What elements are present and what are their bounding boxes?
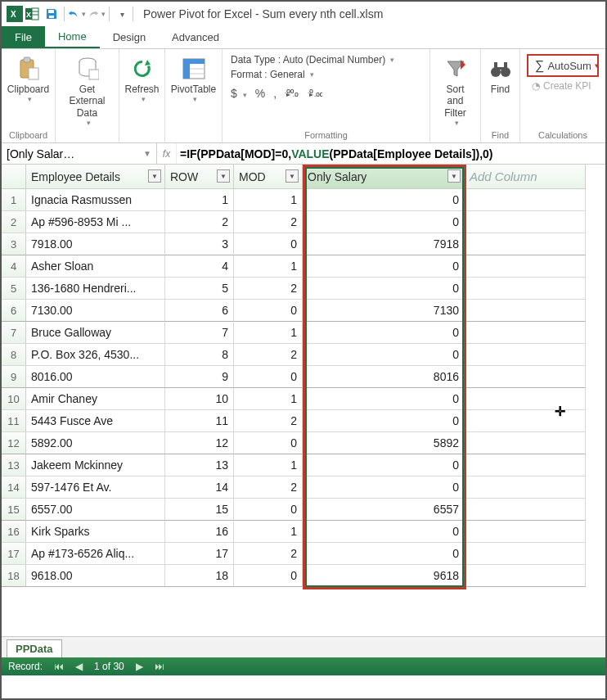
autosum-button[interactable]: ∑ AutoSum ▾ (527, 54, 599, 77)
comma-button[interactable]: , (273, 87, 277, 101)
cell-only-salary[interactable]: 0 (303, 189, 465, 211)
cell-empty[interactable] (465, 300, 586, 322)
cell-row[interactable]: 1 (165, 189, 234, 211)
cell-row[interactable]: 17 (165, 543, 234, 565)
cell-employee-details[interactable]: 136-1680 Hendreri... (26, 278, 165, 300)
row-header[interactable]: 11 (2, 410, 26, 432)
formula-input[interactable]: =IF(PPData[MOD]=0,VALUE(PPData[Employee … (177, 143, 605, 164)
filter-icon[interactable]: ▼ (148, 169, 161, 183)
cell-row[interactable]: 9 (165, 366, 234, 388)
row-header[interactable]: 18 (2, 565, 26, 587)
nav-first-icon[interactable]: ⏮ (54, 661, 64, 672)
redo-icon[interactable]: ▾ (88, 5, 106, 23)
row-header[interactable]: 7 (2, 322, 26, 344)
cell-mod[interactable]: 0 (234, 565, 303, 587)
tab-design[interactable]: Design (100, 26, 159, 48)
fx-icon[interactable]: fx (157, 143, 177, 164)
decrease-decimal-icon[interactable]: .0.00 (308, 87, 322, 101)
cell-only-salary[interactable]: 0 (303, 454, 465, 476)
row-header[interactable]: 14 (2, 476, 26, 499)
nav-next-icon[interactable]: ▶ (136, 661, 143, 672)
cell-mod[interactable]: 2 (234, 476, 303, 499)
cell-employee-details[interactable]: Ap #173-6526 Aliq... (26, 543, 165, 565)
cell-empty[interactable] (465, 278, 586, 300)
cell-mod[interactable]: 2 (234, 278, 303, 300)
cell-employee-details[interactable]: 8016.00 (26, 366, 165, 388)
cell-empty[interactable] (465, 476, 586, 499)
cell-employee-details[interactable]: 9618.00 (26, 565, 165, 587)
cell-mod[interactable]: 2 (234, 543, 303, 565)
col-header-only-salary[interactable]: Only Salary▼ (303, 165, 465, 189)
pivottable-button[interactable]: PivotTable▾ (169, 52, 218, 107)
filter-icon[interactable]: ▼ (217, 169, 230, 183)
cell-employee-details[interactable]: 597-1476 Et Av. (26, 476, 165, 499)
cell-employee-details[interactable]: 7130.00 (26, 300, 165, 322)
cell-row[interactable]: 5 (165, 278, 234, 300)
cell-row[interactable]: 8 (165, 344, 234, 366)
cell-row[interactable]: 14 (165, 476, 234, 499)
col-header-row[interactable]: ROW▼ (165, 165, 234, 189)
nav-last-icon[interactable]: ⏭ (155, 661, 164, 672)
cell-empty[interactable] (465, 366, 586, 388)
cell-row[interactable]: 15 (165, 499, 234, 521)
cell-empty[interactable] (465, 410, 586, 432)
cell-empty[interactable] (465, 388, 586, 410)
cell-only-salary[interactable]: 6557 (303, 499, 465, 521)
percent-button[interactable]: % (255, 87, 265, 101)
cell-employee-details[interactable]: Bruce Galloway (26, 322, 165, 344)
row-header[interactable]: 1 (2, 189, 26, 211)
cell-employee-details[interactable]: Jakeem Mckinney (26, 454, 165, 476)
cell-employee-details[interactable]: 6557.00 (26, 499, 165, 521)
cell-empty[interactable] (465, 565, 586, 587)
row-header[interactable]: 16 (2, 521, 26, 543)
row-header[interactable]: 3 (2, 233, 26, 255)
row-header[interactable]: 6 (2, 300, 26, 322)
cell-empty[interactable] (465, 521, 586, 543)
currency-button[interactable]: $ ▾ (231, 87, 247, 101)
undo-icon[interactable]: ▾ (68, 5, 86, 23)
cell-empty[interactable] (465, 543, 586, 565)
clipboard-button[interactable]: Clipboard▾ (5, 52, 52, 107)
row-header[interactable]: 8 (2, 344, 26, 366)
cell-mod[interactable]: 2 (234, 211, 303, 233)
name-box[interactable]: [Only Salar…▼ (2, 143, 157, 164)
tab-advanced[interactable]: Advanced (159, 26, 232, 48)
cell-only-salary[interactable]: 7918 (303, 233, 465, 255)
cell-employee-details[interactable]: 5892.00 (26, 432, 165, 454)
cell-only-salary[interactable]: 0 (303, 322, 465, 344)
sheet-tab-ppdata[interactable]: PPData (7, 639, 62, 657)
col-header-employee-details[interactable]: Employee Details▼ (26, 165, 165, 189)
row-header[interactable]: 4 (2, 255, 26, 278)
tab-file[interactable]: File (2, 26, 45, 48)
cell-only-salary[interactable]: 0 (303, 521, 465, 543)
refresh-button[interactable]: Refresh▾ (123, 52, 161, 107)
cell-mod[interactable]: 2 (234, 344, 303, 366)
cell-row[interactable]: 12 (165, 432, 234, 454)
qat-customize-icon[interactable]: ▾ (113, 5, 131, 23)
cell-row[interactable]: 2 (165, 211, 234, 233)
increase-decimal-icon[interactable]: .00.0 (285, 87, 299, 101)
row-header[interactable]: 9 (2, 366, 26, 388)
cell-only-salary[interactable]: 0 (303, 211, 465, 233)
cell-only-salary[interactable]: 0 (303, 410, 465, 432)
cell-row[interactable]: 11 (165, 410, 234, 432)
cell-employee-details[interactable]: Kirk Sparks (26, 521, 165, 543)
cell-mod[interactable]: 0 (234, 300, 303, 322)
row-header[interactable]: 13 (2, 454, 26, 476)
cell-mod[interactable]: 0 (234, 366, 303, 388)
cell-empty[interactable] (465, 255, 586, 278)
cell-only-salary[interactable]: 0 (303, 278, 465, 300)
cell-mod[interactable]: 2 (234, 410, 303, 432)
tab-home[interactable]: Home (45, 26, 100, 48)
cell-row[interactable]: 13 (165, 454, 234, 476)
cell-employee-details[interactable]: 7918.00 (26, 233, 165, 255)
cell-only-salary[interactable]: 0 (303, 388, 465, 410)
cell-empty[interactable] (465, 499, 586, 521)
row-header[interactable]: 5 (2, 278, 26, 300)
cell-mod[interactable]: 0 (234, 499, 303, 521)
cell-empty[interactable] (465, 344, 586, 366)
cell-employee-details[interactable]: 5443 Fusce Ave (26, 410, 165, 432)
cell-employee-details[interactable]: Ignacia Rasmussen (26, 189, 165, 211)
cell-row[interactable]: 18 (165, 565, 234, 587)
cell-only-salary[interactable]: 8016 (303, 366, 465, 388)
